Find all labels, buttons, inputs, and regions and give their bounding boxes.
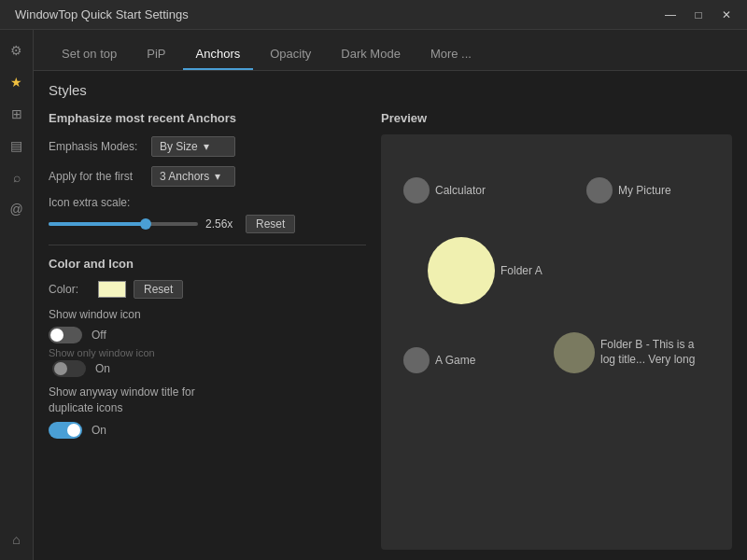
- sidebar-icon-filter[interactable]: ▤: [4, 133, 30, 159]
- color-label: Color:: [49, 283, 91, 296]
- icon-scale-section: Icon extra scale: 2.56x Reset: [49, 196, 366, 233]
- preview-label-agame: A Game: [435, 354, 475, 367]
- show-anyway-label: Show anyway window title for duplicate i…: [49, 385, 366, 416]
- color-icon-title: Color and Icon: [49, 257, 366, 271]
- tab-bar: Set on top PiP Anchors Opacity Dark Mode…: [34, 30, 747, 71]
- sidebar-icon-at[interactable]: @: [4, 196, 30, 222]
- slider-value: 2.56x: [205, 217, 238, 231]
- preview-item-folderb: Folder B - This is alog title... Very lo…: [554, 332, 695, 373]
- section-title: Styles: [49, 82, 732, 98]
- preview-label-mypicture: My Picture: [618, 184, 671, 197]
- apply-first-dropdown[interactable]: 3 Anchors ▾: [151, 166, 235, 187]
- apply-first-chevron: ▾: [215, 170, 220, 183]
- slider-track[interactable]: [49, 222, 198, 226]
- icon-scale-label: Icon extra scale:: [49, 196, 366, 209]
- show-window-icon-toggle[interactable]: [49, 327, 82, 343]
- tab-opacity[interactable]: Opacity: [257, 39, 324, 70]
- sidebar-icon-home[interactable]: ⌂: [4, 526, 30, 553]
- preview-panel: Preview Calculator My Picture: [381, 111, 732, 550]
- preview-label-folderb: Folder B - This is alog title... Very lo…: [600, 338, 695, 367]
- show-only-icon-toggle-row: On: [49, 360, 366, 377]
- tab-set-on-top[interactable]: Set on top: [49, 39, 130, 70]
- show-window-icon-row: Show window icon: [49, 308, 366, 321]
- emphasis-modes-row: Emphasis Modes: By Size ▾: [49, 136, 366, 157]
- tab-dark-mode[interactable]: Dark Mode: [328, 39, 414, 70]
- content-area: Set on top PiP Anchors Opacity Dark Mode…: [34, 30, 747, 560]
- show-only-icon-toggle[interactable]: [52, 360, 86, 377]
- color-reset-button[interactable]: Reset: [134, 280, 183, 299]
- toggle-knob-1: [50, 329, 63, 342]
- emphasis-modes-dropdown[interactable]: By Size ▾: [151, 136, 235, 157]
- two-column-layout: Emphasize most recent Anchors Emphasis M…: [49, 111, 732, 550]
- preview-area: Calculator My Picture Folder A: [381, 134, 732, 550]
- divider-1: [49, 245, 366, 245]
- tab-more[interactable]: More ...: [417, 39, 485, 70]
- preview-item-mypicture: My Picture: [586, 177, 671, 203]
- color-row: Color: Reset: [49, 280, 366, 299]
- tab-anchors[interactable]: Anchors: [183, 39, 254, 70]
- maximize-button[interactable]: □: [685, 6, 712, 24]
- close-button[interactable]: ✕: [713, 6, 740, 24]
- preview-item-foldera: Folder A: [428, 237, 543, 304]
- show-anyway-toggle[interactable]: [49, 422, 82, 439]
- slider-fill: [49, 222, 146, 226]
- preview-title: Preview: [381, 111, 732, 125]
- sidebar: ⚙ ★ ⊞ ▤ ⌕ @ ⌂: [0, 30, 34, 560]
- minimize-button[interactable]: —: [657, 6, 684, 24]
- preview-circle-mypicture: [586, 177, 613, 203]
- show-only-icon-state: On: [95, 362, 110, 375]
- toggle-knob-3: [67, 424, 80, 437]
- sidebar-icon-grid[interactable]: ⊞: [4, 101, 30, 127]
- show-window-icon-label: Show window icon: [49, 308, 141, 321]
- window-controls: — □ ✕: [657, 6, 740, 24]
- slider-row: 2.56x Reset: [49, 215, 366, 233]
- section-content: Styles Emphasize most recent Anchors Emp…: [34, 71, 747, 560]
- color-swatch[interactable]: [98, 281, 126, 298]
- preview-label-calculator: Calculator: [435, 184, 486, 197]
- settings-panel: Emphasize most recent Anchors Emphasis M…: [49, 111, 366, 550]
- show-anyway-state: On: [92, 424, 106, 437]
- preview-item-agame: A Game: [403, 347, 475, 373]
- title-bar: WindowTop Quick Start Settings — □ ✕: [0, 0, 747, 30]
- show-anyway-toggle-row: On: [49, 422, 366, 439]
- sidebar-icon-settings[interactable]: ⚙: [4, 37, 30, 63]
- emphasis-modes-value: By Size: [160, 140, 198, 153]
- slider-thumb[interactable]: [140, 218, 151, 230]
- emphasis-modes-label: Emphasis Modes:: [49, 140, 142, 153]
- apply-first-row: Apply for the first 3 Anchors ▾: [49, 166, 366, 187]
- apply-first-label: Apply for the first: [49, 170, 142, 183]
- main-layout: ⚙ ★ ⊞ ▤ ⌕ @ ⌂ Set on top PiP Anchors Opa…: [0, 30, 747, 560]
- sidebar-icon-star[interactable]: ★: [4, 69, 30, 95]
- scale-reset-button[interactable]: Reset: [246, 215, 295, 233]
- show-only-window-icon-label-row: Show only window icon: [49, 347, 366, 358]
- app-title: WindowTop Quick Start Settings: [15, 7, 189, 21]
- emphasize-title: Emphasize most recent Anchors: [49, 111, 366, 125]
- show-window-icon-toggle-row: Off: [49, 327, 366, 343]
- sidebar-bottom: ⌂: [4, 526, 30, 553]
- preview-label-foldera: Folder A: [500, 264, 543, 277]
- preview-circle-agame: [403, 347, 430, 373]
- preview-item-calculator: Calculator: [403, 177, 486, 203]
- tab-pip[interactable]: PiP: [134, 39, 178, 70]
- toggle-knob-2: [54, 362, 67, 375]
- show-window-icon-state: Off: [92, 329, 106, 342]
- sidebar-icon-search[interactable]: ⌕: [4, 164, 30, 190]
- apply-first-value: 3 Anchors: [160, 170, 209, 183]
- preview-circle-calculator: [403, 177, 430, 203]
- preview-circle-folderb: [554, 332, 595, 373]
- preview-circle-foldera: [428, 237, 495, 304]
- show-only-window-icon-label: Show only window icon: [49, 347, 155, 358]
- emphasis-modes-chevron: ▾: [204, 140, 209, 153]
